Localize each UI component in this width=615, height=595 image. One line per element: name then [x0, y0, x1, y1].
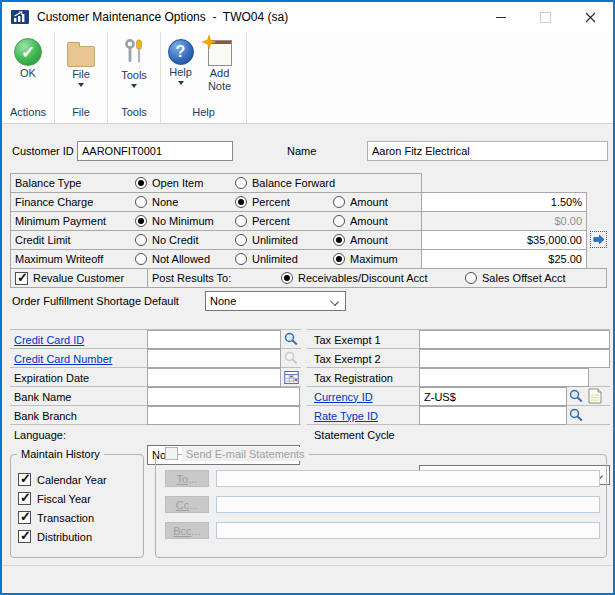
radio-balance-forward[interactable]: Balance Forward	[235, 174, 335, 192]
close-icon[interactable]	[568, 2, 613, 32]
order-fulfillment-shortage-default-label: Order Fulfillment Shortage Default	[12, 291, 179, 311]
to-button: To...	[165, 470, 209, 487]
file-menu-button[interactable]: File	[65, 37, 97, 88]
radio-icon	[465, 272, 477, 284]
title-bar: Customer Maintenance Options - TWO04 (sa…	[2, 2, 613, 32]
bank-name-label: Bank Name	[14, 387, 71, 406]
add-note-button[interactable]: Add Note	[198, 37, 242, 94]
radio-credit-amount-label: Amount	[350, 234, 388, 246]
magnifier-lookup-icon	[568, 388, 584, 404]
rate-type-id-lookup-button[interactable]	[568, 407, 584, 423]
currency-id-lookup-button[interactable]	[568, 388, 584, 404]
expiration-date-label: Expiration Date	[14, 368, 89, 387]
distribution-checkbox[interactable]: Distribution	[18, 529, 92, 544]
distribution-label: Distribution	[37, 531, 92, 543]
radio-icon	[135, 215, 147, 227]
expiration-date-calendar-button[interactable]	[283, 369, 299, 385]
customer-maintenance-options-window: Customer Maintenance Options - TWO04 (sa…	[0, 0, 615, 595]
to-button-dots: ...	[188, 473, 197, 485]
tax-exempt-1-field[interactable]	[419, 330, 610, 349]
radio-icon	[333, 196, 345, 208]
radio-open-item[interactable]: Open Item	[135, 174, 203, 192]
calendar-year-label: Calendar Year	[37, 474, 107, 486]
credit-card-number-field[interactable]	[147, 349, 281, 368]
fiscal-year-label: Fiscal Year	[37, 493, 91, 505]
radio-writeoff-not-allowed-label: Not Allowed	[152, 253, 210, 265]
radio-finance-none[interactable]: None	[135, 193, 178, 211]
currency-id-link[interactable]: Currency ID	[314, 391, 373, 403]
radio-credit-no-credit[interactable]: No Credit	[135, 231, 198, 249]
new-note-icon	[588, 388, 602, 404]
order-fulfillment-shortage-dropdown[interactable]: None	[205, 291, 346, 311]
minimum-payment-value-field: $0.00	[421, 211, 587, 231]
ok-button[interactable]: OK	[12, 37, 44, 81]
tools-button-label: Tools	[121, 69, 147, 82]
help-button-label: Help	[169, 66, 192, 79]
tax-registration-field[interactable]	[419, 368, 589, 387]
tools-menu-button[interactable]: Tools	[119, 37, 149, 89]
radio-receivables-discount-acct-label: Receivables/Discount Acct	[298, 272, 428, 284]
bank-branch-field[interactable]	[147, 406, 300, 425]
radio-min-no-minimum[interactable]: No Minimum	[135, 212, 214, 230]
calendar-year-checkbox[interactable]: Calendar Year	[18, 472, 107, 487]
maximum-writeoff-value-field[interactable]: $25.00	[421, 249, 587, 269]
revalue-customer-checkbox[interactable]: Revalue Customer	[15, 269, 124, 287]
radio-writeoff-unlimited[interactable]: Unlimited	[235, 250, 298, 268]
chevron-down-icon	[330, 297, 339, 306]
radio-credit-unlimited[interactable]: Unlimited	[235, 231, 298, 249]
credit-card-id-lookup-button[interactable]	[283, 331, 299, 347]
add-note-button-label: Add Note	[203, 67, 237, 93]
chevron-down-icon	[78, 83, 84, 87]
radio-finance-amount[interactable]: Amount	[333, 193, 388, 211]
minimum-payment-value: $0.00	[554, 215, 582, 227]
credit-card-id-link[interactable]: Credit Card ID	[14, 334, 84, 346]
radio-icon	[333, 215, 345, 227]
radio-sales-offset-acct-label: Sales Offset Acct	[482, 272, 566, 284]
rate-type-id-field[interactable]	[419, 406, 567, 425]
currency-id-field[interactable]: Z-US$	[419, 387, 567, 406]
finance-charge-value-field[interactable]: 1.50%	[421, 192, 587, 212]
radio-min-percent[interactable]: Percent	[235, 212, 290, 230]
maximum-writeoff-label: Maximum Writeoff	[15, 250, 103, 268]
transaction-checkbox[interactable]: Transaction	[18, 510, 94, 525]
radio-writeoff-not-allowed[interactable]: Not Allowed	[135, 250, 210, 268]
radio-open-item-label: Open Item	[152, 177, 203, 189]
radio-icon	[235, 215, 247, 227]
radio-sales-offset-acct[interactable]: Sales Offset Acct	[465, 269, 566, 287]
radio-credit-no-credit-label: No Credit	[152, 234, 198, 246]
radio-receivables-discount-acct[interactable]: Receivables/Discount Acct	[281, 269, 428, 287]
radio-finance-percent[interactable]: Percent	[235, 193, 290, 211]
minimize-icon[interactable]	[478, 2, 523, 32]
customer-id-value: AARONFIT0001	[82, 145, 162, 157]
currency-id-value: Z-US$	[424, 391, 456, 403]
radio-writeoff-maximum[interactable]: Maximum	[333, 250, 398, 268]
caption-buttons	[478, 2, 613, 32]
credit-limit-value-field[interactable]: $35,000.00	[421, 230, 587, 250]
credit-limit-expansion-button[interactable]	[590, 231, 607, 248]
name-field[interactable]: Aaron Fitz Electrical	[367, 141, 608, 161]
calendar-icon	[284, 370, 299, 385]
fiscal-year-checkbox[interactable]: Fiscal Year	[18, 491, 91, 506]
radio-min-amount[interactable]: Amount	[333, 212, 388, 230]
folder-icon	[67, 46, 95, 67]
finance-charge-row: Finance Charge None Percent Amount	[10, 192, 422, 212]
radio-icon	[135, 234, 147, 246]
credit-card-number-disabled-button	[283, 350, 299, 366]
checkbox-icon	[15, 272, 28, 285]
expiration-date-field[interactable]	[147, 368, 281, 387]
cc-field	[216, 496, 600, 513]
credit-card-id-field[interactable]	[147, 330, 281, 349]
credit-card-number-link[interactable]: Credit Card Number	[14, 353, 112, 365]
cc-button-label: Cc	[176, 499, 189, 511]
customer-id-field[interactable]: AARONFIT0001	[77, 141, 233, 161]
radio-credit-amount[interactable]: Amount	[333, 231, 388, 249]
help-menu-button[interactable]: Help	[166, 37, 196, 86]
credit-limit-value: $35,000.00	[527, 234, 582, 246]
radio-balance-forward-label: Balance Forward	[252, 177, 335, 189]
radio-writeoff-maximum-label: Maximum	[350, 253, 398, 265]
tax-exempt-2-field[interactable]	[419, 349, 610, 368]
maximum-writeoff-value: $25.00	[548, 253, 582, 265]
bank-name-field[interactable]	[147, 387, 300, 406]
currency-id-note-button[interactable]	[587, 388, 603, 404]
rate-type-id-link[interactable]: Rate Type ID	[314, 410, 378, 422]
